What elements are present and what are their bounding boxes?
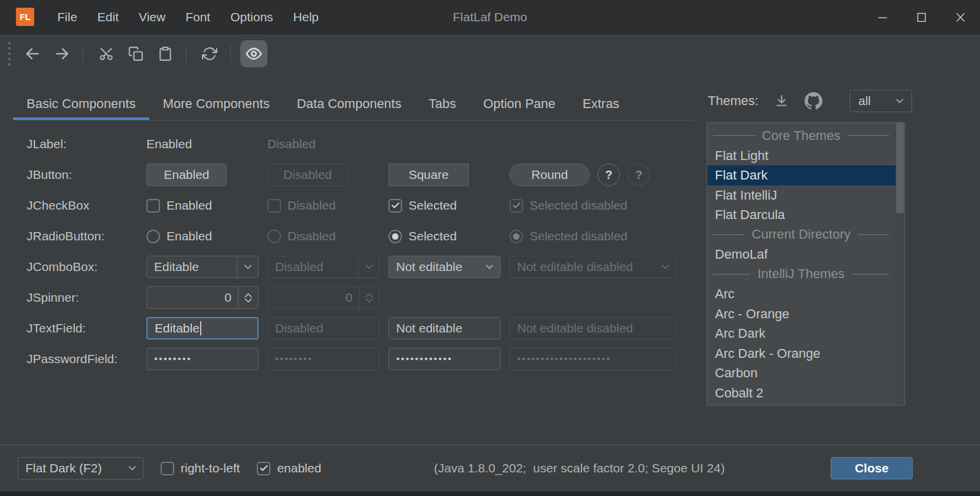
checkbox-unchecked-icon [146, 199, 160, 213]
radio-checked-icon [388, 230, 402, 243]
jradiobutton-row-label: JRadioButton: [27, 229, 146, 243]
radio-selected[interactable]: Selected [388, 229, 457, 243]
minimize-button[interactable] [863, 0, 902, 34]
checkbox-checked-icon [257, 462, 270, 475]
cut-icon[interactable] [93, 40, 120, 67]
theme-item-cobalt-2[interactable]: Cobalt 2 [707, 383, 904, 403]
download-icon[interactable] [774, 93, 789, 109]
copy-icon[interactable] [122, 40, 149, 67]
chevron-down-icon[interactable] [479, 256, 500, 278]
jlabel-enabled: Enabled [146, 137, 192, 151]
right-to-left-checkbox[interactable]: right-to-left [161, 461, 240, 475]
menu-view[interactable]: View [129, 0, 175, 34]
window-title: FlatLaf Demo [453, 10, 527, 24]
help-button[interactable]: ? [597, 164, 620, 186]
theme-group-separator: Current Directory [707, 225, 904, 245]
theme-item-cyan-light[interactable]: Cyan light [707, 403, 904, 406]
jlabel-disabled: Disabled [267, 137, 316, 151]
theme-group-separator: Core Themes [707, 126, 904, 146]
close-button[interactable]: Close [831, 457, 913, 479]
enabled-checkbox[interactable]: enabled [257, 461, 321, 475]
jspinner-row: JSpinner: 0 0 [27, 282, 694, 313]
toolbar-grip-handle[interactable] [8, 42, 11, 66]
tab-basic-components[interactable]: Basic Components [13, 87, 149, 120]
theme-filter-combobox[interactable]: all [850, 90, 912, 112]
passwordfield-not-editable[interactable]: •••••••••••• [388, 348, 501, 370]
menu-edit[interactable]: Edit [87, 0, 129, 34]
checkbox-enabled[interactable]: Enabled [146, 198, 212, 213]
themes-scrollbar[interactable] [896, 123, 904, 405]
textfield-not-editable[interactable]: Not editable [388, 317, 501, 340]
toolbar-separator [83, 45, 83, 63]
textfield-disabled: Disabled [267, 317, 380, 340]
themes-scrollbar-thumb[interactable] [896, 123, 904, 213]
menu-file[interactable]: File [47, 0, 87, 34]
combobox-disabled: Disabled [267, 256, 380, 278]
tab-data-components[interactable]: Data Components [283, 87, 415, 120]
github-icon[interactable] [805, 92, 822, 110]
chevron-down-icon [358, 256, 379, 278]
theme-item-arc[interactable]: Arc [707, 284, 904, 304]
menu-options[interactable]: Options [220, 0, 283, 34]
jbutton-row-label: JButton: [27, 168, 146, 182]
combobox-editable[interactable]: Editable [146, 256, 259, 278]
radio-enabled[interactable]: Enabled [146, 229, 212, 243]
spinner-enabled[interactable]: 0 [146, 286, 259, 309]
tab-extras[interactable]: Extras [569, 87, 633, 120]
paste-icon[interactable] [152, 40, 179, 67]
theme-item-flat-light[interactable]: Flat Light [707, 146, 904, 166]
round-button[interactable]: Round [509, 164, 590, 186]
radio-unchecked-icon [146, 230, 160, 243]
radio-checked-icon [509, 230, 523, 243]
menu-help[interactable]: Help [283, 0, 329, 34]
toolbar-separator [230, 45, 231, 63]
show-hidden-eye-icon[interactable] [240, 40, 267, 67]
spinner-up-down-icons [359, 287, 379, 308]
text-caret [200, 321, 201, 335]
refresh-icon[interactable] [196, 40, 223, 67]
theme-item-flat-intellij[interactable]: Flat IntelliJ [707, 185, 904, 205]
textfield-not-editable-disabled: Not editable disabled [509, 317, 677, 340]
passwordfield-not-editable-disabled: •••••••••••••••••••• [509, 348, 677, 370]
theme-item-arc-dark[interactable]: Arc Dark [707, 324, 904, 344]
checkbox-selected[interactable]: Selected [388, 198, 457, 213]
titlebar: FL File Edit View Font Options Help Flat… [0, 0, 980, 34]
window-controls [863, 0, 980, 34]
theme-item-demolaf[interactable]: DemoLaf [707, 244, 904, 265]
enabled-button[interactable]: Enabled [146, 164, 227, 186]
help-button-disabled: ? [628, 164, 650, 186]
jradiobutton-row: JRadioButton: Enabled Disabled Selected … [27, 221, 694, 252]
textfield-editable[interactable]: Editable [146, 317, 259, 340]
theme-item-carbon[interactable]: Carbon [707, 363, 904, 383]
jcombobox-row-label: JComboBox: [27, 260, 146, 274]
theme-item-flat-dark[interactable]: Flat Dark [707, 165, 904, 185]
menu-font[interactable]: Font [175, 0, 220, 34]
theme-item-flat-darcula[interactable]: Flat Darcula [707, 205, 904, 225]
combobox-not-editable[interactable]: Not editable [388, 256, 501, 278]
chevron-down-icon [894, 95, 906, 107]
forward-icon[interactable] [48, 40, 76, 67]
chevron-down-icon[interactable] [237, 256, 258, 278]
maximize-button[interactable] [902, 0, 941, 34]
theme-item-arc-dark-orange[interactable]: Arc Dark - Orange [707, 344, 904, 364]
chevron-down-icon[interactable] [122, 458, 143, 479]
jpasswordfield-row: JPasswordField: •••••••• •••••••• ••••••… [27, 344, 694, 374]
theme-item-arc-orange[interactable]: Arc - Orange [707, 304, 904, 324]
back-icon[interactable] [19, 40, 46, 67]
toolbar [0, 34, 980, 73]
square-button[interactable]: Square [388, 164, 469, 186]
passwordfield-disabled: •••••••• [267, 348, 380, 370]
jcheckbox-row-label: JCheckBox [27, 198, 146, 213]
radio-disabled: Disabled [267, 229, 336, 243]
passwordfield-editable[interactable]: •••••••• [146, 348, 259, 370]
tab-more-components[interactable]: More Components [149, 87, 283, 120]
spinner-up-down-icons[interactable] [238, 287, 258, 308]
app-logo-icon: FL [16, 8, 34, 26]
close-window-button[interactable] [941, 0, 980, 34]
tab-tabs[interactable]: Tabs [415, 87, 469, 120]
chevron-down-icon [655, 256, 676, 278]
laf-combobox[interactable]: Flat Dark (F2) [18, 457, 143, 479]
themes-list: Core Themes Flat Light Flat Dark Flat In… [707, 122, 905, 406]
radio-selected-disabled: Selected disabled [509, 229, 628, 243]
tab-option-pane[interactable]: Option Pane [469, 87, 569, 120]
